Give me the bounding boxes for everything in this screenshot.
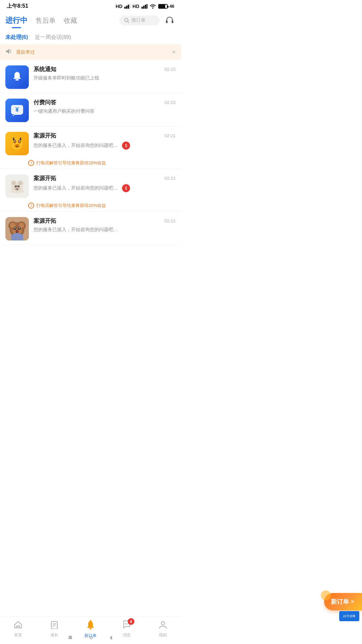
svg-point-38	[15, 185, 16, 186]
svg-rect-57	[11, 234, 23, 240]
order-list: 系统通知 02-22 升级服务单即时到账功能已上线 ¥ 付费问答 02-22 一…	[0, 60, 181, 285]
battery-fill	[159, 5, 165, 8]
order-date-case3: 02-21	[165, 218, 176, 223]
order-desc-text-case1: 您的服务已接入，开始咨询您的问题吧。【注…	[34, 143, 121, 149]
svg-point-53	[14, 227, 16, 229]
notice-close-button[interactable]: ×	[172, 49, 176, 56]
order-date-system: 02-22	[165, 67, 176, 72]
svg-point-41	[16, 188, 18, 189]
warning-icon-case1: !	[28, 160, 34, 166]
svg-point-24	[18, 141, 21, 143]
notice-text: 退款率过	[16, 49, 169, 55]
order-desc-system: 升级服务单即时到账功能已上线	[34, 75, 176, 81]
order-avatar-case1	[5, 132, 29, 155]
svg-point-23	[13, 141, 16, 143]
badge-case2: 1	[122, 184, 130, 192]
order-top-row-case1: 案源开拓 02-21	[34, 132, 176, 140]
order-desc-case3: 您的服务已接入，开始咨询您的问题吧。【注意：…	[34, 227, 176, 233]
order-desc-text-system: 升级服务单即时到账功能已上线	[34, 75, 121, 81]
order-item-case1[interactable]: 案源开拓 02-21 您的服务已接入，开始咨询您的问题吧。【注… 1	[0, 126, 181, 158]
svg-point-54	[18, 227, 20, 229]
order-content-case3: 案源开拓 02-21 您的服务已接入，开始咨询您的问题吧。【注意：…	[34, 217, 176, 233]
svg-rect-12	[15, 79, 19, 80]
order-top-row: 系统通知 02-22	[34, 65, 176, 73]
tab-aftersale[interactable]: 售后单	[36, 16, 56, 28]
signal2-bars-icon	[141, 4, 147, 9]
status-bar: 上午8:51 HD HD 46	[0, 0, 181, 12]
tab-group: 进行中 售后单 收藏	[5, 15, 119, 28]
order-top-row-case3: 案源开拓 02-21	[34, 217, 176, 225]
order-wrapper-case1: 案源开拓 02-21 您的服务已接入，开始咨询您的问题吧。【注… 1 ! 打电话…	[0, 126, 181, 169]
order-item-case2[interactable]: 案源开拓 02-21 您的服务已接入，开始咨询您的问题吧。【注… 1	[0, 169, 181, 201]
signal2-icon: HD	[132, 4, 139, 9]
order-avatar-case3	[5, 217, 29, 240]
battery-icon	[158, 4, 168, 9]
svg-rect-1	[126, 6, 127, 9]
svg-rect-5	[143, 6, 144, 9]
sub-tab-unprocessed[interactable]: 未处理(6)	[5, 34, 28, 41]
svg-point-39	[18, 185, 19, 186]
order-date-paid-qa: 02-22	[165, 100, 176, 105]
sub-tabs: 未处理(6) 近一周会话(89)	[0, 29, 181, 44]
signal-icon: HD	[116, 4, 122, 9]
svg-line-9	[128, 21, 129, 23]
search-icon	[124, 18, 129, 23]
signal-bars-icon	[124, 4, 130, 9]
svg-point-33	[12, 181, 16, 185]
order-content-case2: 案源开拓 02-21 您的服务已接入，开始咨询您的问题吧。【注… 1	[34, 174, 176, 192]
order-desc-text-case3: 您的服务已接入，开始咨询您的问题吧。【注意：…	[34, 227, 121, 233]
status-icons: HD HD 46	[116, 4, 174, 9]
notice-banner: 退款率过 ×	[0, 44, 181, 60]
svg-point-34	[18, 181, 22, 185]
warning-icon-case2: !	[28, 203, 34, 209]
sub-tab-weekly[interactable]: 近一周会话(89)	[35, 34, 71, 41]
tab-ongoing[interactable]: 进行中	[5, 15, 27, 28]
warning-row-case2: ! 打电话解答引导结束将获得20%收益	[0, 201, 181, 211]
search-placeholder-text: 搜订单	[131, 17, 145, 23]
order-desc-text-case2: 您的服务已接入，开始咨询您的问题吧。【注…	[34, 185, 121, 191]
warning-text-case1: 打电话解答引导结束将获得20%收益	[36, 160, 106, 166]
order-title-paid-qa: 付费问答	[34, 99, 56, 106]
order-avatar-case2	[5, 174, 29, 198]
svg-rect-10	[166, 20, 168, 23]
svg-rect-6	[145, 5, 146, 9]
svg-rect-4	[141, 7, 143, 9]
order-item-paid-qa[interactable]: ¥ 付费问答 02-22 一键沟通用户购买的付费问答	[0, 93, 181, 126]
search-box[interactable]: 搜订单	[119, 15, 160, 25]
svg-rect-2	[128, 5, 129, 9]
warning-text-case2: 打电话解答引导结束将获得20%收益	[36, 203, 106, 209]
badge-case1: 1	[122, 142, 130, 150]
wifi-icon	[149, 4, 156, 9]
order-title-case1: 案源开拓	[34, 132, 56, 140]
order-date-case2: 02-21	[165, 176, 176, 181]
svg-point-13	[16, 72, 18, 73]
svg-rect-3	[129, 4, 130, 9]
order-date-case1: 02-21	[165, 133, 176, 138]
order-avatar-system	[5, 65, 29, 89]
battery-percent: 46	[170, 4, 174, 9]
order-content-system: 系统通知 02-22 升级服务单即时到账功能已上线	[34, 65, 176, 81]
order-content-paid-qa: 付费问答 02-22 一键沟通用户购买的付费问答	[34, 99, 176, 114]
order-title-system: 系统通知	[34, 65, 56, 73]
order-desc-text-paid: 一键沟通用户购买的付费问答	[34, 108, 121, 114]
order-content-case1: 案源开拓 02-21 您的服务已接入，开始咨询您的问题吧。【注… 1	[34, 132, 176, 150]
order-top-row-paid: 付费问答 02-22	[34, 99, 176, 106]
order-item-case3[interactable]: 案源开拓 02-21 您的服务已接入，开始咨询您的问题吧。【注意：…	[0, 212, 181, 245]
order-desc-case2: 您的服务已接入，开始咨询您的问题吧。【注… 1	[34, 184, 176, 192]
header-actions: 搜订单	[119, 14, 176, 29]
order-title-case2: 案源开拓	[34, 174, 56, 182]
order-item-system[interactable]: 系统通知 02-22 升级服务单即时到账功能已上线	[0, 60, 181, 93]
svg-point-55	[16, 230, 18, 232]
speaker-icon	[5, 48, 13, 56]
header: 进行中 售后单 收藏 搜订单	[0, 12, 181, 29]
status-time: 上午8:51	[7, 3, 28, 10]
headset-icon[interactable]	[164, 14, 176, 26]
order-wrapper-case2: 案源开拓 02-21 您的服务已接入，开始咨询您的问题吧。【注… 1 ! 打电话…	[0, 169, 181, 212]
order-avatar-paid-qa: ¥	[5, 99, 29, 122]
svg-rect-11	[172, 20, 173, 23]
svg-text:¥: ¥	[15, 106, 19, 113]
svg-rect-0	[124, 7, 126, 9]
order-desc-case1: 您的服务已接入，开始咨询您的问题吧。【注… 1	[34, 142, 176, 150]
tab-favorites[interactable]: 收藏	[64, 16, 77, 28]
svg-rect-7	[146, 4, 147, 9]
